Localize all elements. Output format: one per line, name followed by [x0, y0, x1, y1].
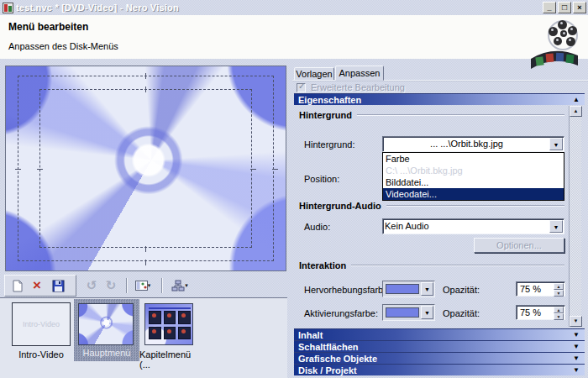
save-icon[interactable] [50, 278, 66, 293]
highlight-color-swatch [386, 284, 419, 294]
collapse-icon[interactable]: ▲ [573, 94, 580, 106]
safe-area-guide-inner [39, 89, 252, 248]
undo-icon: ↺ [84, 278, 99, 293]
dropdown-item-current-file[interactable]: C:\ ...\Orbit.bkg.jpg [383, 165, 564, 176]
dropdown-item-farbe[interactable]: Farbe [383, 153, 564, 165]
thumbnail-label-intro: Intro-Video [8, 349, 74, 360]
spin-up-icon[interactable]: ▲ [554, 283, 564, 290]
hintergrund-dropdown-list: Farbe C:\ ...\Orbit.bkg.jpg Bilddatei...… [382, 152, 564, 201]
opacity-value-2: 75 % [520, 307, 541, 318]
title-bar[interactable]: test.nvc * [DVD-Video] - Nero Vision _ □… [0, 0, 588, 15]
audio-value: Kein Audio [385, 221, 549, 232]
spin-down-icon[interactable]: ▼ [554, 313, 564, 320]
maximize-button[interactable]: □ [558, 2, 571, 13]
expand-icon[interactable]: ▼ [573, 329, 580, 341]
app-window: test.nvc * [DVD-Video] - Nero Vision _ □… [0, 0, 588, 378]
thumbnail-kapitelmenu[interactable] [144, 303, 193, 345]
checkmark-icon: ✓ [298, 81, 305, 91]
opacity-label-2: Opazität: [443, 308, 480, 318]
section-inhalt-label: Inhalt [298, 330, 323, 340]
tab-vorlagen[interactable]: Vorlagen [294, 67, 334, 81]
menu-preview-canvas[interactable] [5, 66, 286, 271]
chevron-down-icon: ▼ [424, 286, 430, 292]
activation-color-dropdown-button[interactable]: ▼ [421, 306, 433, 319]
activation-color-swatch [386, 307, 419, 318]
group-hintergrund: Hintergrund [299, 110, 564, 120]
section-disk-projekt[interactable]: Disk / Projekt ▼ [294, 364, 585, 375]
new-page-icon[interactable] [10, 278, 25, 293]
expand-icon[interactable]: ▼ [573, 341, 580, 353]
thumbnail-hauptmenu-selected[interactable]: Hauptmenü [74, 299, 139, 361]
hintergrund-combobox[interactable]: ... ...\Orbit.bkg.jpg ▼ [382, 136, 564, 152]
toolbar-separator [161, 278, 163, 293]
thumbnail-intro-video[interactable]: Intro-Video [12, 302, 71, 346]
wizard-header: Menü bearbeiten Anpassen des Disk-Menüs [0, 15, 588, 59]
expand-icon[interactable]: ▼ [573, 353, 580, 365]
nero-vision-logo-icon [526, 17, 581, 71]
activation-color-label: Aktivierungsfarbe: [304, 308, 378, 318]
section-inhalt[interactable]: Inhalt ▼ [294, 328, 585, 340]
toolbar-separator [126, 278, 128, 293]
highlight-color-combobox[interactable]: ▼ [382, 281, 435, 297]
view-options-icon[interactable]: ▾ [132, 278, 154, 293]
thumbnail-image-hauptmenu [78, 303, 134, 345]
chapter-bar [149, 307, 191, 309]
redo-icon: ↻ [103, 278, 118, 293]
delete-icon[interactable]: × [29, 278, 45, 293]
tab-anpassen[interactable]: Anpassen [335, 66, 384, 81]
scroll-up-icon[interactable]: ▲ [570, 106, 582, 117]
audio-field-label: Audio: [304, 222, 330, 232]
hintergrund-dropdown-button[interactable]: ▼ [549, 138, 563, 150]
page-title: Menü bearbeiten [8, 21, 88, 33]
section-grafische-objekte[interactable]: Grafische Objekte ▼ [294, 352, 585, 364]
chevron-down-icon: ▼ [554, 224, 559, 230]
scroll-down-icon[interactable]: ▼ [570, 316, 582, 327]
highlight-color-dropdown-button[interactable]: ▼ [421, 282, 433, 296]
close-button[interactable]: × [573, 2, 586, 13]
dropdown-item-bilddatei[interactable]: Bilddatei... [383, 176, 564, 188]
section-eigenschaften[interactable]: Eigenschaften ▲ [294, 93, 585, 105]
section-grafische-objekte-label: Grafische Objekte [298, 354, 377, 364]
chapter-grid [149, 311, 191, 339]
highlight-color-label: Hervorhebungsfarbe: [304, 285, 391, 295]
section-schaltflaechen[interactable]: Schaltflächen ▼ [294, 340, 585, 352]
spin-down-icon[interactable]: ▼ [554, 290, 564, 297]
options-button[interactable]: Optionen... [474, 238, 564, 253]
section-schaltflaechen-label: Schaltflächen [298, 342, 359, 352]
menu-thumbnail-strip: Intro-Video Intro-Video Hauptmenü Kapite… [0, 297, 287, 378]
section-disk-projekt-label: Disk / Projekt [298, 365, 357, 375]
app-icon [3, 3, 13, 13]
expand-icon[interactable]: ▼ [573, 365, 580, 376]
page-subtitle: Anpassen des Disk-Menüs [8, 41, 118, 51]
section-eigenschaften-label: Eigenschaften [298, 95, 361, 105]
audio-dropdown-button[interactable]: ▼ [549, 220, 563, 233]
opacity-spinner-2[interactable]: 75 % ▲ ▼ [516, 305, 565, 320]
opacity-label-1: Opazität: [443, 285, 480, 295]
organize-menu-icon[interactable]: ▾ [168, 278, 192, 293]
intro-placeholder-text: Intro-Video [22, 320, 60, 328]
chevron-down-icon: ▼ [424, 310, 430, 316]
opacity-value-1: 75 % [520, 284, 541, 295]
dropdown-item-videodatei[interactable]: Videodatei... [383, 188, 564, 200]
minimize-button[interactable]: _ [543, 2, 556, 13]
preview-toolbar: × ↺ ↻ ▾ ▾ [3, 275, 287, 297]
opacity-spinner-1[interactable]: 75 % ▲ ▼ [516, 281, 565, 297]
advanced-edit-label: Erweiterte Bearbeitung [311, 82, 405, 92]
audio-combobox[interactable]: Kein Audio ▼ [382, 218, 564, 234]
spin-up-icon[interactable]: ▲ [554, 307, 564, 313]
position-field-label: Position: [304, 174, 339, 184]
window-title: test.nvc * [DVD-Video] - Nero Vision [16, 3, 543, 13]
properties-scrollbar[interactable]: ▲ ▼ [569, 106, 581, 327]
thumbnail-label-kapitelmenu: Kapitelmenü (... [139, 349, 200, 370]
hintergrund-value: ... ...\Orbit.bkg.jpg [385, 139, 549, 150]
thumbnail-label-hauptmenu: Hauptmenü [74, 348, 139, 358]
hintergrund-field-label: Hintergrund: [304, 139, 355, 150]
chevron-down-icon: ▼ [554, 142, 559, 148]
group-hintergrund-audio: Hintergrund-Audio [299, 201, 564, 211]
group-interaktion: Interaktion [299, 260, 564, 270]
activation-color-combobox[interactable]: ▼ [382, 304, 435, 321]
advanced-edit-checkbox[interactable]: ✓ [297, 83, 306, 92]
